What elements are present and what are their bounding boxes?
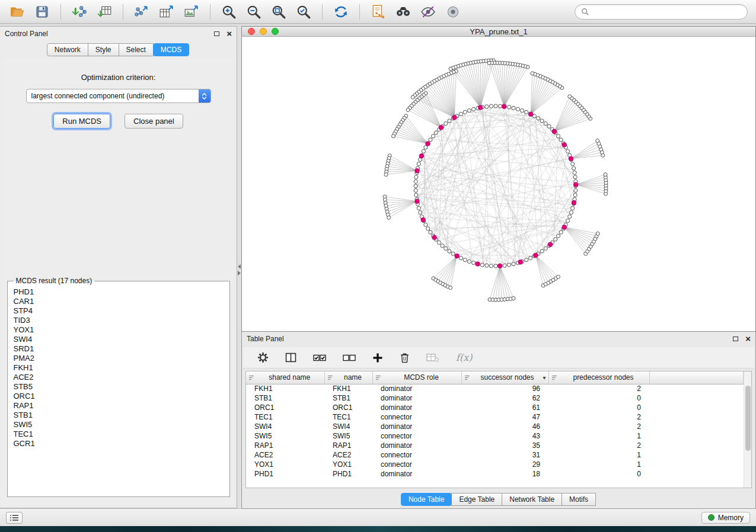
export-image-icon[interactable]	[182, 2, 201, 21]
select-stepper-icon	[199, 89, 210, 103]
network-window: YPA_prune.txt_1	[241, 26, 756, 332]
close-panel-button[interactable]: Close panel	[125, 114, 183, 129]
run-mcds-button[interactable]: Run MCDS	[53, 114, 110, 129]
table-row[interactable]: TEC1TEC1connector472	[246, 412, 744, 422]
node-table[interactable]: shared namenameMCDS rolesuccessor nodes▾…	[245, 371, 752, 488]
zoom-in-icon[interactable]	[219, 2, 238, 21]
zoom-selected-icon[interactable]	[294, 2, 313, 21]
mcds-result-title: MCDS result (17 nodes)	[14, 277, 95, 285]
column-header-successor-nodes[interactable]: successor nodes▾	[461, 371, 548, 384]
ui-settings-menu-icon[interactable]	[6, 512, 23, 524]
delete-table-icon[interactable]	[426, 353, 439, 363]
show-columns-icon[interactable]	[285, 352, 296, 363]
table-row[interactable]: PHD1PHD1dominator180	[246, 469, 744, 479]
maximize-window-button[interactable]	[272, 28, 279, 35]
function-builder-icon[interactable]: f(x)	[456, 352, 472, 363]
tab-mcds[interactable]: MCDS	[153, 43, 189, 56]
new-network-from-selection-icon[interactable]	[369, 2, 388, 21]
close-table-panel-icon[interactable]: ×	[745, 335, 751, 342]
float-table-panel-icon[interactable]	[733, 336, 738, 341]
mcds-result-item[interactable]: STB1	[14, 411, 226, 420]
table-row[interactable]: ACE2ACE2connector311	[246, 450, 744, 460]
mcds-tab-content: Optimization criterion: largest connecte…	[2, 60, 234, 505]
column-header-name[interactable]: name	[324, 371, 372, 384]
mcds-result-item[interactable]: TID3	[14, 316, 226, 325]
search-icon	[581, 8, 589, 16]
column-header-filler	[649, 371, 744, 384]
search-objects-icon[interactable]	[394, 2, 413, 21]
export-network-icon[interactable]	[132, 2, 151, 21]
export-table-icon[interactable]	[157, 2, 176, 21]
table-panel-tabs: Node TableEdge TableNetwork TableMotifs	[242, 491, 755, 508]
zoom-fit-content-icon[interactable]	[269, 2, 288, 21]
add-row-icon[interactable]	[372, 352, 383, 363]
mcds-result-item[interactable]: ACE2	[14, 373, 226, 382]
mcds-result-item[interactable]: GCR1	[14, 439, 226, 448]
tab-node-table[interactable]: Node Table	[401, 493, 452, 506]
control-panel-title: Control Panel	[5, 30, 48, 38]
desktop-wallpaper	[0, 526, 756, 532]
delete-row-icon[interactable]	[400, 352, 410, 363]
open-file-icon[interactable]	[8, 2, 27, 21]
tab-style[interactable]: Style	[88, 43, 119, 56]
import-table-icon[interactable]	[95, 2, 114, 21]
float-panel-icon[interactable]	[214, 31, 219, 36]
save-session-icon[interactable]	[33, 2, 52, 21]
tab-edge-table[interactable]: Edge Table	[451, 493, 502, 506]
column-header-shared-name[interactable]: shared name	[246, 371, 324, 384]
memory-button[interactable]: Memory	[701, 512, 750, 524]
table-row[interactable]: STB1STB1dominator620	[246, 393, 744, 403]
table-scrollbar[interactable]	[744, 371, 751, 488]
hide-selected-icon[interactable]	[419, 2, 438, 21]
select-all-icon[interactable]	[313, 354, 326, 362]
close-window-button[interactable]	[248, 28, 255, 35]
vertical-splitter[interactable]	[237, 26, 241, 508]
column-header-predecessor-nodes[interactable]: predecessor nodes	[548, 371, 649, 384]
mcds-result-item[interactable]: CAR1	[14, 297, 226, 306]
mcds-result-item[interactable]: PHD1	[14, 287, 226, 297]
tab-network-table[interactable]: Network Table	[502, 493, 562, 506]
splitter-collapse-icon[interactable]	[237, 264, 241, 275]
mcds-result-item[interactable]: SWI5	[14, 420, 226, 430]
criterion-select[interactable]: largest connected component (undirected)	[26, 89, 211, 103]
mcds-result-item[interactable]: SRD1	[14, 344, 226, 354]
close-panel-icon[interactable]: ×	[227, 30, 232, 37]
column-header-MCDS-role[interactable]: MCDS role	[372, 371, 461, 384]
table-header-row: shared namenameMCDS rolesuccessor nodes▾…	[246, 371, 744, 384]
mcds-result-fieldset: MCDS result (17 nodes) PHD1CAR1STP4TID3Y…	[7, 277, 230, 497]
main-toolbar	[0, 0, 756, 24]
mcds-result-item[interactable]: STP4	[14, 306, 226, 316]
mcds-result-item[interactable]: YOX1	[14, 325, 226, 335]
mcds-result-list: PHD1CAR1STP4TID3YOX1SWI4SRD1PMA2FKH1ACE2…	[11, 286, 226, 488]
show-all-icon[interactable]	[444, 2, 462, 21]
tab-network[interactable]: Network	[47, 43, 88, 56]
table-row[interactable]: SWI5SWI5connector431	[246, 431, 744, 441]
refresh-layout-icon[interactable]	[331, 2, 350, 21]
mcds-result-item[interactable]: SWI4	[14, 335, 226, 344]
mcds-result-item[interactable]: TEC1	[14, 430, 226, 439]
network-view[interactable]	[242, 37, 755, 331]
network-canvas-svg[interactable]	[242, 37, 755, 329]
mcds-result-item[interactable]: FKH1	[14, 363, 226, 373]
settings-gear-icon[interactable]	[257, 352, 269, 363]
tab-motifs[interactable]: Motifs	[562, 493, 596, 506]
search-box[interactable]	[575, 4, 748, 20]
network-titlebar: YPA_prune.txt_1	[242, 27, 755, 37]
mcds-result-item[interactable]: STB5	[14, 382, 226, 392]
table-row[interactable]: SWI4SWI4dominator462	[246, 422, 744, 431]
table-row[interactable]: YOX1YOX1connector291	[246, 460, 744, 469]
zoom-out-icon[interactable]	[244, 2, 263, 21]
tab-select[interactable]: Select	[119, 43, 154, 56]
table-row[interactable]: RAP1RAP1dominator352	[246, 441, 744, 450]
table-row[interactable]: ORC1ORC1dominator610	[246, 403, 744, 412]
mcds-result-item[interactable]: PMA2	[14, 354, 226, 363]
mcds-result-item[interactable]: RAP1	[14, 401, 226, 411]
scrollbar-thumb[interactable]	[745, 386, 751, 451]
table-row[interactable]: FKH1FKH1dominator962	[246, 384, 744, 393]
control-panel-tabs: NetworkStyleSelectMCDS	[0, 43, 237, 56]
deselect-all-icon[interactable]	[343, 354, 356, 362]
import-network-icon[interactable]	[70, 2, 89, 21]
minimize-window-button[interactable]	[260, 28, 267, 35]
search-input[interactable]	[589, 8, 741, 16]
mcds-result-item[interactable]: ORC1	[14, 392, 226, 401]
